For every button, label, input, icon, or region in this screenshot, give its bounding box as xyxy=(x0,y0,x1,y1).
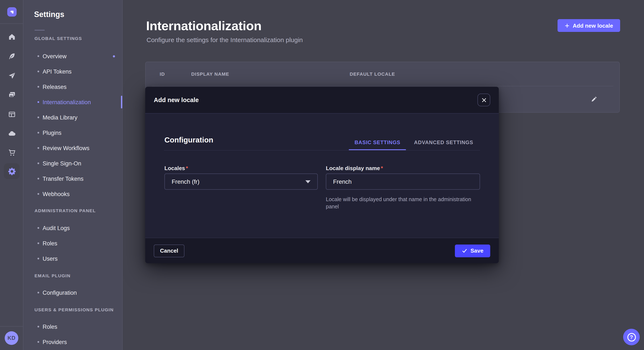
locale-display-name-label: Locale display name* xyxy=(326,165,480,172)
check-icon xyxy=(462,248,467,253)
locale-display-name-input[interactable] xyxy=(333,178,473,185)
modal-header: Add new locale xyxy=(145,87,499,114)
chevron-down-icon xyxy=(306,180,310,183)
tab-advanced-settings[interactable]: ADVANCED SETTINGS xyxy=(408,135,479,151)
save-button-label: Save xyxy=(470,247,484,254)
configuration-heading: Configuration xyxy=(164,136,213,145)
display-name-hint: Locale will be displayed under that name… xyxy=(326,196,482,210)
modal-body: Configuration BASIC SETTINGS ADVANCED SE… xyxy=(145,114,499,238)
add-locale-modal: Add new locale Configuration BASIC SETTI… xyxy=(145,87,499,263)
tabs-divider xyxy=(164,150,480,151)
close-icon xyxy=(482,98,486,102)
settings-tabs: BASIC SETTINGS ADVANCED SETTINGS xyxy=(348,135,480,151)
locale-display-name-field xyxy=(326,174,480,190)
save-button[interactable]: Save xyxy=(455,244,490,257)
locales-select-value: French (fr) xyxy=(172,178,200,185)
app-window: KD Settings GLOBAL SETTINGS Overview API… xyxy=(0,0,644,350)
cancel-button[interactable]: Cancel xyxy=(154,244,184,257)
modal-footer: Cancel Save xyxy=(145,238,499,263)
close-button[interactable] xyxy=(478,94,490,106)
required-asterisk: * xyxy=(186,165,188,172)
locales-label: Locales* xyxy=(164,165,318,172)
locales-select[interactable]: French (fr) xyxy=(164,174,318,190)
tab-basic-settings[interactable]: BASIC SETTINGS xyxy=(349,135,406,151)
required-asterisk: * xyxy=(381,165,383,172)
modal-title: Add new locale xyxy=(154,97,199,103)
